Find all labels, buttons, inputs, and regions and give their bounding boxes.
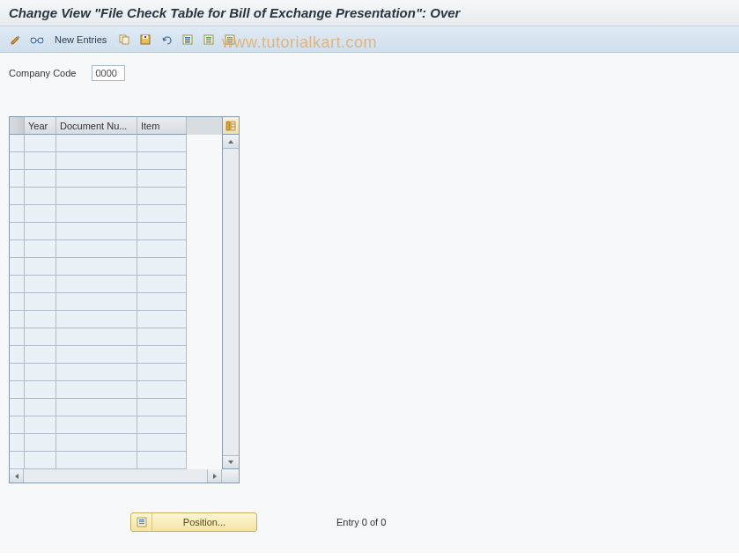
cell-item[interactable]: [137, 223, 187, 240]
svg-rect-18: [227, 41, 233, 43]
cell-document[interactable]: [56, 416, 137, 434]
cell-year[interactable]: [25, 293, 56, 311]
cell-year[interactable]: [25, 399, 56, 416]
cell-document[interactable]: [56, 152, 137, 170]
scroll-up-icon[interactable]: [223, 135, 239, 149]
row-selector[interactable]: [9, 258, 25, 276]
cell-document[interactable]: [56, 434, 137, 452]
cell-year[interactable]: [25, 135, 56, 152]
svg-rect-6: [144, 36, 146, 38]
cell-document[interactable]: [56, 399, 137, 416]
cell-document[interactable]: [56, 293, 137, 311]
row-selector[interactable]: [9, 276, 25, 293]
cell-document[interactable]: [56, 240, 137, 258]
select-all-icon[interactable]: [179, 31, 196, 48]
cell-year[interactable]: [25, 276, 56, 293]
row-selector[interactable]: [9, 223, 25, 240]
cell-item[interactable]: [137, 240, 187, 258]
cell-year[interactable]: [25, 416, 56, 434]
scroll-track-horizontal[interactable]: [24, 469, 207, 483]
cell-item[interactable]: [137, 399, 187, 416]
glasses-icon[interactable]: [28, 31, 46, 48]
cell-document[interactable]: [56, 452, 137, 469]
cell-document[interactable]: [56, 364, 137, 381]
row-selector[interactable]: [9, 135, 25, 152]
cell-year[interactable]: [25, 381, 56, 399]
scroll-left-icon[interactable]: [10, 469, 24, 483]
cell-item[interactable]: [137, 170, 187, 188]
cell-item[interactable]: [137, 364, 187, 381]
cell-item[interactable]: [137, 152, 187, 170]
cell-document[interactable]: [56, 205, 137, 223]
row-selector[interactable]: [9, 311, 25, 328]
cell-item[interactable]: [137, 381, 187, 399]
cell-item[interactable]: [137, 328, 187, 346]
cell-year[interactable]: [25, 434, 56, 452]
save-variant-icon[interactable]: [137, 31, 154, 48]
company-code-input[interactable]: [92, 65, 125, 81]
position-button[interactable]: Position...: [130, 512, 257, 532]
col-header-selector[interactable]: [9, 117, 25, 135]
row-selector[interactable]: [9, 328, 25, 346]
cell-year[interactable]: [25, 452, 56, 469]
cell-item[interactable]: [137, 258, 187, 276]
row-selector[interactable]: [9, 293, 25, 311]
cell-document[interactable]: [56, 135, 137, 152]
cell-document[interactable]: [56, 276, 137, 293]
cell-item[interactable]: [137, 276, 187, 293]
cell-item[interactable]: [137, 452, 187, 469]
cell-year[interactable]: [25, 205, 56, 223]
cell-item[interactable]: [137, 293, 187, 311]
cell-year[interactable]: [25, 328, 56, 346]
cell-document[interactable]: [56, 381, 137, 399]
cell-item[interactable]: [137, 205, 187, 223]
cell-document[interactable]: [56, 188, 137, 205]
row-selector[interactable]: [9, 416, 25, 434]
cell-document[interactable]: [56, 223, 137, 240]
cell-item[interactable]: [137, 346, 187, 364]
cell-item[interactable]: [137, 416, 187, 434]
col-header-item[interactable]: Item: [137, 117, 187, 135]
cell-year[interactable]: [25, 258, 56, 276]
cell-item[interactable]: [137, 135, 187, 152]
cell-item[interactable]: [137, 434, 187, 452]
cell-item[interactable]: [137, 188, 187, 205]
col-header-year[interactable]: Year: [25, 117, 56, 135]
cell-document[interactable]: [56, 170, 137, 188]
row-selector[interactable]: [9, 452, 25, 469]
row-selector[interactable]: [9, 364, 25, 381]
cell-year[interactable]: [25, 346, 56, 364]
undo-icon[interactable]: [158, 31, 175, 48]
select-block-icon[interactable]: [200, 31, 218, 48]
cell-year[interactable]: [25, 240, 56, 258]
copy-icon[interactable]: [115, 31, 133, 48]
grid-config-icon[interactable]: [223, 117, 239, 135]
row-selector[interactable]: [9, 434, 25, 452]
cell-document[interactable]: [56, 258, 137, 276]
row-selector[interactable]: [9, 170, 25, 188]
cell-year[interactable]: [25, 311, 56, 328]
cell-document[interactable]: [56, 346, 137, 364]
scroll-right-icon[interactable]: [207, 469, 221, 483]
cell-year[interactable]: [25, 152, 56, 170]
row-selector[interactable]: [9, 152, 25, 170]
cell-document[interactable]: [56, 328, 137, 346]
row-selector[interactable]: [9, 240, 25, 258]
cell-year[interactable]: [25, 364, 56, 381]
scroll-track-vertical[interactable]: [223, 149, 239, 455]
row-selector[interactable]: [9, 205, 25, 223]
row-selector[interactable]: [9, 346, 25, 364]
toggle-mode-icon[interactable]: [7, 31, 25, 48]
cell-year[interactable]: [25, 188, 56, 205]
new-entries-button[interactable]: New Entries: [49, 34, 112, 45]
row-selector[interactable]: [9, 381, 25, 399]
scroll-down-icon[interactable]: [223, 455, 239, 469]
cell-item[interactable]: [137, 311, 187, 328]
cell-document[interactable]: [56, 311, 137, 328]
row-selector[interactable]: [9, 399, 25, 416]
cell-year[interactable]: [25, 223, 56, 240]
col-header-document[interactable]: Document Nu...: [56, 117, 137, 135]
deselect-all-icon[interactable]: [221, 31, 239, 48]
row-selector[interactable]: [9, 188, 25, 205]
cell-year[interactable]: [25, 170, 56, 188]
